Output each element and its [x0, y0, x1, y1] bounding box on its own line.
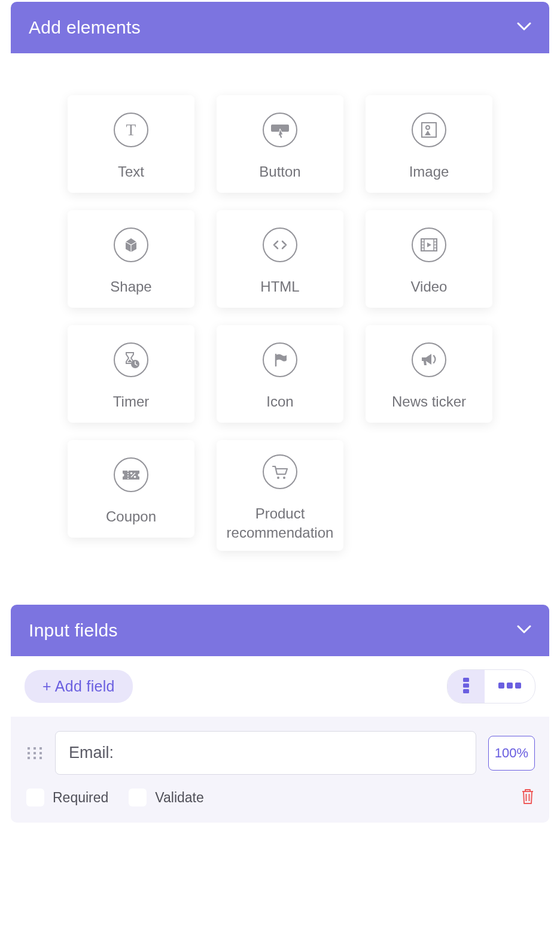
field-label-input[interactable] — [55, 731, 476, 775]
element-button[interactable]: Button — [217, 95, 343, 193]
svg-rect-24 — [463, 684, 469, 688]
element-label: Product recommendation — [224, 504, 336, 543]
layout-vertical-icon — [461, 677, 471, 696]
input-fields-toolbar: + Add field — [11, 656, 549, 717]
svg-rect-25 — [463, 689, 469, 693]
element-icon[interactable]: Icon — [217, 325, 343, 423]
field-options: Required Validate — [26, 788, 535, 807]
required-checkbox[interactable] — [26, 789, 44, 806]
svg-rect-23 — [463, 678, 469, 682]
field-width-button[interactable]: 100% — [488, 736, 535, 771]
element-product-recommendation[interactable]: Product recommendation — [217, 440, 343, 551]
layout-horizontal-icon — [498, 681, 522, 692]
element-news-ticker[interactable]: News ticker — [366, 325, 492, 423]
field-row: 100% Required Validate — [11, 717, 549, 823]
timer-icon — [114, 342, 148, 377]
element-label: Video — [411, 277, 448, 296]
validate-checkbox[interactable] — [129, 789, 147, 806]
element-text[interactable]: T Text — [68, 95, 194, 193]
icon-icon — [263, 342, 297, 377]
svg-point-20 — [283, 477, 285, 479]
svg-text:T: T — [126, 121, 136, 139]
product-icon — [263, 454, 297, 489]
chevron-down-icon — [517, 22, 531, 33]
chevron-down-icon — [517, 625, 531, 636]
input-fields-header[interactable]: Input fields — [11, 605, 549, 656]
element-timer[interactable]: Timer — [68, 325, 194, 423]
validate-checkbox-group: Validate — [129, 789, 203, 806]
element-label: Coupon — [106, 507, 156, 526]
svg-point-19 — [277, 477, 279, 479]
element-video[interactable]: Video — [366, 210, 492, 308]
add-elements-title: Add elements — [29, 17, 141, 38]
element-label: Icon — [266, 392, 293, 411]
element-label: Text — [118, 162, 144, 181]
element-html[interactable]: HTML — [217, 210, 343, 308]
element-label: HTML — [260, 277, 299, 296]
element-grid: T Text Button Image Shape H — [11, 53, 549, 587]
add-elements-panel: Add elements T Text Button Image — [11, 2, 549, 587]
element-label: Shape — [110, 277, 151, 296]
element-image[interactable]: Image — [366, 95, 492, 193]
svg-rect-26 — [498, 683, 504, 689]
image-icon — [412, 113, 446, 147]
field-main: 100% — [26, 731, 535, 775]
add-field-button[interactable]: + Add field — [25, 670, 133, 703]
element-coupon[interactable]: Coupon — [68, 440, 194, 538]
video-icon — [412, 228, 446, 262]
input-fields-title: Input fields — [29, 620, 118, 641]
layout-toggle — [447, 669, 535, 703]
element-label: News ticker — [392, 392, 466, 411]
html-icon — [263, 228, 297, 262]
svg-point-17 — [134, 476, 136, 478]
trash-icon[interactable] — [521, 788, 535, 807]
shape-icon — [114, 228, 148, 262]
required-label: Required — [53, 790, 108, 806]
required-checkbox-group: Required — [26, 789, 108, 806]
element-shape[interactable]: Shape — [68, 210, 194, 308]
button-icon — [263, 113, 297, 147]
svg-rect-28 — [515, 683, 521, 689]
text-icon: T — [114, 113, 148, 147]
element-label: Button — [259, 162, 300, 181]
drag-handle-icon[interactable] — [26, 745, 43, 762]
input-fields-body: + Add field — [11, 656, 549, 823]
svg-rect-27 — [507, 683, 513, 689]
input-fields-panel: Input fields + Add field — [11, 605, 549, 823]
layout-horizontal-button[interactable] — [485, 670, 535, 703]
element-label: Timer — [113, 392, 149, 411]
layout-vertical-button[interactable] — [448, 670, 485, 703]
svg-point-3 — [426, 126, 430, 129]
svg-point-16 — [130, 472, 133, 475]
coupon-icon — [114, 457, 148, 492]
element-label: Image — [409, 162, 449, 181]
validate-label: Validate — [155, 790, 203, 806]
news-icon — [412, 342, 446, 377]
add-elements-header[interactable]: Add elements — [11, 2, 549, 53]
